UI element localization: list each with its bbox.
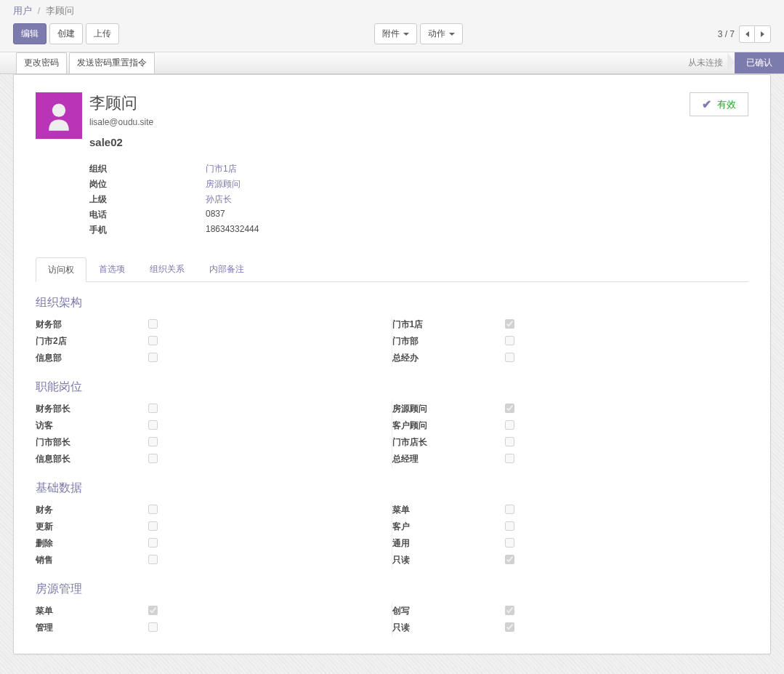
- permission-label: 门市部: [392, 335, 505, 348]
- status-never-connected[interactable]: 从未连接: [676, 52, 735, 73]
- change-password-button[interactable]: 更改密码: [16, 52, 67, 73]
- permission-label: 财务部: [36, 318, 148, 331]
- field-label-org: 组织: [89, 163, 206, 175]
- caret-down-icon: [449, 33, 455, 36]
- permission-grid: 财务部门市2店信息部门市1店门市部总经办: [36, 316, 748, 366]
- send-reset-button[interactable]: 发送密码重置指令: [69, 52, 155, 73]
- permission-label: 管理: [36, 622, 148, 634]
- permission-checkbox[interactable]: [505, 336, 514, 345]
- field-label-mobile: 手机: [89, 224, 206, 236]
- upload-button[interactable]: 上传: [86, 23, 119, 44]
- permission-label: 总经办: [392, 352, 505, 364]
- permission-label: 通用: [392, 537, 505, 550]
- permission-checkbox[interactable]: [505, 319, 514, 329]
- permission-row: 通用: [392, 535, 749, 552]
- permission-label: 删除: [36, 537, 148, 550]
- permission-label: 更新: [36, 521, 148, 533]
- field-value-mobile: 18634332444: [206, 224, 259, 236]
- permission-checkbox[interactable]: [148, 622, 158, 632]
- section-title: 基础数据: [36, 481, 748, 496]
- permission-checkbox[interactable]: [148, 454, 158, 463]
- permission-grid: 菜单管理创写只读: [36, 603, 748, 636]
- toolbar: 编辑 创建 上传 附件 动作 3 / 7: [13, 20, 771, 52]
- user-email: lisale@oudu.site: [89, 117, 153, 127]
- permission-checkbox[interactable]: [505, 622, 514, 632]
- permission-checkbox[interactable]: [505, 505, 514, 514]
- permission-label: 创写: [392, 605, 505, 617]
- permission-checkbox[interactable]: [148, 555, 158, 564]
- permission-checkbox[interactable]: [505, 437, 514, 446]
- create-button[interactable]: 创建: [49, 23, 83, 44]
- permission-checkbox[interactable]: [505, 353, 514, 362]
- field-value-org[interactable]: 门市1店: [206, 163, 237, 175]
- field-label-superior: 上级: [89, 193, 206, 206]
- permission-label: 只读: [392, 622, 505, 634]
- pager-text: 3 / 7: [718, 29, 735, 39]
- status-confirmed[interactable]: 已确认: [735, 52, 784, 73]
- user-name: 李顾问: [89, 92, 153, 114]
- permission-label: 信息部: [36, 352, 148, 364]
- tab-org-relations[interactable]: 组织关系: [137, 257, 197, 281]
- permission-checkbox[interactable]: [505, 606, 514, 615]
- permission-label: 菜单: [392, 504, 505, 516]
- permission-label: 信息部长: [36, 453, 148, 465]
- permission-checkbox[interactable]: [148, 505, 158, 514]
- check-icon: ✔: [702, 97, 711, 111]
- permission-label: 客户顾问: [392, 420, 505, 432]
- field-value-position[interactable]: 房源顾问: [206, 178, 241, 190]
- pager-prev-button[interactable]: [739, 25, 755, 43]
- actions-dropdown[interactable]: 动作: [420, 23, 463, 44]
- permission-label: 财务部长: [36, 403, 148, 415]
- permission-row: 财务部: [36, 316, 392, 333]
- permission-row: 客户顾问: [392, 417, 749, 434]
- pager-next-button[interactable]: [755, 25, 771, 43]
- actions-label: 动作: [428, 28, 445, 40]
- field-value-superior[interactable]: 孙店长: [206, 193, 232, 206]
- breadcrumb: 用户 / 李顾问: [13, 0, 771, 20]
- permission-row: 总经理: [392, 451, 749, 468]
- section-title: 职能岗位: [36, 380, 748, 395]
- edit-button[interactable]: 编辑: [13, 23, 47, 44]
- permission-label: 门市部长: [36, 436, 148, 449]
- permission-checkbox[interactable]: [148, 420, 158, 430]
- permission-checkbox[interactable]: [148, 353, 158, 362]
- user-login: sale02: [89, 136, 153, 148]
- permission-checkbox[interactable]: [148, 521, 158, 531]
- permission-checkbox[interactable]: [505, 404, 514, 413]
- attachments-dropdown[interactable]: 附件: [374, 23, 417, 44]
- permission-checkbox[interactable]: [148, 404, 158, 413]
- permission-label: 客户: [392, 521, 505, 533]
- avatar: [36, 92, 82, 139]
- status-badge-label: 有效: [717, 98, 736, 111]
- permission-label: 总经理: [392, 453, 505, 465]
- permission-label: 财务: [36, 504, 148, 516]
- permission-checkbox[interactable]: [505, 454, 514, 463]
- actionbar: 更改密码 发送密码重置指令 从未连接 已确认: [0, 52, 784, 74]
- tab-access[interactable]: 访问权: [36, 257, 86, 282]
- tab-internal-notes[interactable]: 内部备注: [197, 257, 256, 281]
- permission-checkbox[interactable]: [148, 319, 158, 329]
- permission-checkbox[interactable]: [148, 606, 158, 615]
- permission-row: 只读: [392, 552, 749, 569]
- permission-checkbox[interactable]: [148, 336, 158, 345]
- svg-point-0: [52, 103, 65, 116]
- status-badge[interactable]: ✔ 有效: [690, 92, 748, 116]
- permission-row: 房源顾问: [392, 401, 749, 417]
- permission-checkbox[interactable]: [148, 437, 158, 446]
- breadcrumb-root[interactable]: 用户: [13, 5, 32, 16]
- permission-row: 总经办: [392, 350, 749, 366]
- permission-row: 访客: [36, 417, 392, 434]
- permission-row: 门市店长: [392, 434, 749, 451]
- tab-preferences[interactable]: 首选项: [86, 257, 137, 281]
- breadcrumb-current: 李顾问: [46, 5, 74, 16]
- permission-checkbox[interactable]: [148, 538, 158, 547]
- chevron-right-icon: [761, 31, 764, 37]
- permission-checkbox[interactable]: [505, 521, 514, 531]
- permission-row: 菜单: [392, 502, 749, 518]
- permission-checkbox[interactable]: [505, 555, 514, 564]
- attachments-label: 附件: [382, 28, 400, 40]
- permission-checkbox[interactable]: [505, 538, 514, 547]
- permission-row: 门市部长: [36, 434, 392, 451]
- permission-checkbox[interactable]: [505, 420, 514, 430]
- permission-label: 门市店长: [392, 436, 505, 449]
